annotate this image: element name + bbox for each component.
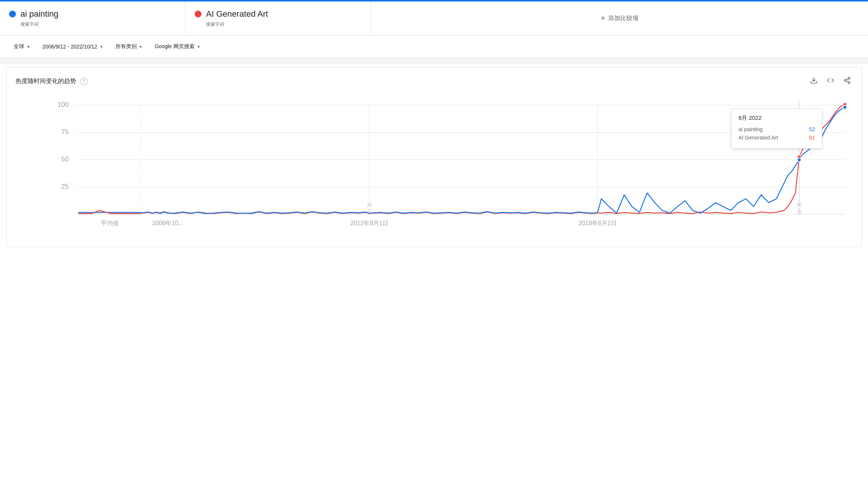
filter-region[interactable]: 全球 ▼	[8, 40, 36, 53]
trend-header: 热度随时间变化的趋势 ?	[16, 75, 852, 88]
svg-point-27	[843, 105, 847, 109]
svg-text:2018年6月1日: 2018年6月1日	[578, 219, 617, 226]
search-term-card-1: ai painting 搜索字词	[0, 2, 186, 35]
trend-chart: 100 75 50 25 平均值 2006年10... 2012年8月1日 20…	[16, 94, 852, 238]
term-1-label: ai painting	[9, 9, 176, 19]
term-1-name: ai painting	[20, 9, 58, 19]
plus-icon: +	[601, 14, 605, 23]
download-icon[interactable]	[809, 75, 819, 88]
filter-date-range[interactable]: 2006/9/12 - 2022/10/12 ▼	[36, 41, 109, 53]
filter-category[interactable]: 所有类别 ▼	[109, 40, 149, 53]
svg-text:2006年10...: 2006年10...	[152, 219, 183, 226]
search-term-card-2: AI Generated Art 搜索字词	[186, 2, 371, 35]
content-spacer	[0, 58, 868, 64]
term-1-type: 搜索字词	[20, 21, 176, 28]
search-type-dropdown-arrow: ▼	[197, 45, 201, 49]
svg-text:50: 50	[61, 155, 69, 163]
filter-search-type-label: Google 网页搜索	[155, 43, 195, 50]
filter-date-label: 2006/9/12 - 2022/10/12	[42, 44, 97, 50]
svg-point-25	[797, 158, 801, 161]
term-1-dot	[9, 11, 16, 17]
add-compare-button[interactable]: + 添加比较项	[371, 2, 868, 35]
share-icon[interactable]	[842, 75, 852, 88]
svg-text:平均值: 平均值	[101, 219, 119, 226]
filter-search-type[interactable]: Google 网页搜索 ▼	[149, 40, 207, 53]
svg-text:2012年8月1日: 2012年8月1日	[350, 219, 389, 226]
svg-line-5	[846, 78, 848, 80]
trend-title-group: 热度随时间变化的趋势 ?	[16, 77, 87, 85]
filter-region-label: 全球	[14, 43, 24, 50]
help-icon[interactable]: ?	[80, 78, 87, 85]
svg-text:坞: 坞	[796, 209, 802, 215]
trend-title: 热度随时间变化的趋势	[16, 77, 76, 85]
filter-bar: 全球 ▼ 2006/9/12 - 2022/10/12 ▼ 所有类别 ▼ Goo…	[0, 36, 868, 58]
embed-icon[interactable]	[825, 75, 836, 88]
svg-text:州: 州	[367, 202, 372, 208]
region-dropdown-arrow: ▼	[27, 45, 30, 49]
term-2-name: AI Generated Art	[206, 9, 268, 19]
svg-text:25: 25	[61, 182, 69, 190]
filter-category-label: 所有类别	[116, 43, 137, 50]
term-2-label: AI Generated Art	[195, 9, 362, 19]
svg-text:75: 75	[61, 128, 69, 136]
date-dropdown-arrow: ▼	[100, 45, 103, 49]
category-dropdown-arrow: ▼	[139, 45, 143, 49]
svg-text:坞: 坞	[367, 209, 372, 215]
term-2-dot	[195, 11, 201, 17]
search-terms-header: ai painting 搜索字词 AI Generated Art 搜索字词 +…	[0, 2, 868, 36]
trend-section: 热度随时间变化的趋势 ?	[6, 67, 862, 247]
svg-text:100: 100	[57, 100, 69, 108]
svg-line-4	[846, 81, 848, 82]
chart-svg: 100 75 50 25 平均值 2006年10... 2012年8月1日 20…	[16, 94, 852, 238]
svg-text:州: 州	[797, 202, 802, 208]
trend-actions	[809, 75, 852, 88]
term-2-type: 搜索字词	[206, 21, 362, 28]
add-compare-label: 添加比较项	[608, 14, 639, 22]
